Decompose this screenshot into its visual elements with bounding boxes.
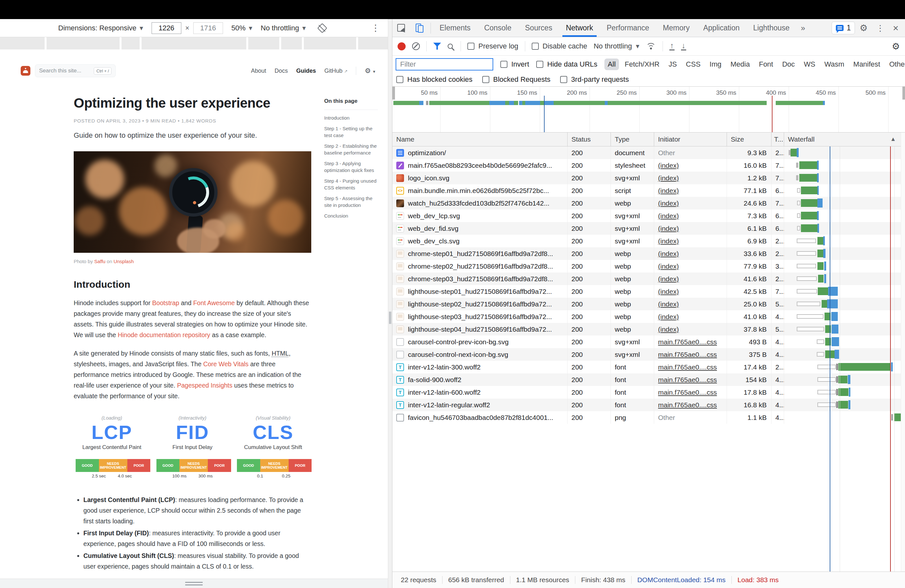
request-initiator[interactable]: (index) [658,187,679,195]
scrollbar[interactable] [901,132,905,572]
request-initiator[interactable]: (index) [658,262,679,270]
request-initiator[interactable]: (index) [658,313,679,321]
type-filter-other[interactable]: Other [886,59,905,70]
media-query-ruler[interactable] [0,37,388,49]
request-initiator[interactable]: (index) [658,225,679,232]
request-row[interactable]: inter-v12-latin-600.woff2200fontmain.f76… [392,386,905,399]
tab-performance[interactable]: Performance [600,19,656,37]
inline-link[interactable]: Pagespeed Insights [177,382,232,389]
viewport-resize-handle[interactable] [0,578,388,588]
blocked-requests-checkbox[interactable]: Blocked Requests [482,75,551,84]
tab-console[interactable]: Console [477,19,518,37]
site-logo-icon[interactable] [21,66,30,76]
column-header-name[interactable]: Name [392,132,567,146]
request-row[interactable]: favicon_hu546703baadbac0de87b2f81dc4001.… [392,411,905,424]
request-row[interactable]: main.f765ae08b8293ceeb4b0de56699e2fafc9.… [392,159,905,172]
type-filter-manifest[interactable]: Manifest [850,59,883,70]
network-overview-timeline[interactable]: 50 ms100 ms150 ms200 ms250 ms300 ms350 m… [392,87,905,132]
request-initiator[interactable]: (index) [658,250,679,257]
request-row[interactable]: web_dev_fid.svg200svg+xml(index)6.1 kB6.… [392,222,905,235]
inline-link[interactable]: Saffu [94,259,105,264]
request-initiator[interactable]: (index) [658,288,679,296]
more-tabs-button[interactable]: » [796,24,810,33]
type-filter-img[interactable]: Img [706,59,725,70]
overview-handle-right[interactable] [902,87,905,100]
request-row[interactable]: fa-solid-900.woff2200fontmain.f765ae0...… [392,373,905,386]
type-filter-wasm[interactable]: Wasm [821,59,848,70]
request-row[interactable]: carousel-control-next-icon-bg.svg200svg+… [392,348,905,361]
column-header-initiator[interactable]: Initiator [654,132,727,146]
viewport-height-input[interactable] [193,22,223,34]
zoom-select[interactable]: 50% ▼ [232,24,252,32]
request-row[interactable]: chrome-step02_hud27150869f16affbd9a72df8… [392,260,905,272]
toc-item[interactable]: Step 1 - Setting up the test case [324,125,378,139]
inline-link[interactable]: Bootstrap [152,299,179,307]
toc-item[interactable]: Conclusion [324,212,378,219]
devtools-settings-icon[interactable]: ⚙ [859,22,867,33]
inline-link[interactable]: Font Awesome [193,299,235,307]
issues-badge[interactable]: 1 [832,22,855,34]
tab-elements[interactable]: Elements [433,19,477,37]
request-row[interactable]: watch_hu25d333fcded103db2f52f7476cb142..… [392,197,905,210]
type-filter-css[interactable]: CSS [683,59,703,70]
rotate-viewport-icon[interactable] [317,23,327,33]
inspect-element-button[interactable] [392,19,411,37]
network-settings-icon[interactable]: ⚙ [892,41,900,52]
third-party-requests-checkbox[interactable]: 3rd-party requests [560,75,629,84]
request-initiator[interactable]: main.f765ae0....css [658,363,717,371]
inline-link[interactable]: Core Web Vitals [203,361,249,367]
type-filter-font[interactable]: Font [756,59,776,70]
request-row[interactable]: chrome-step01_hud27150869f16affbd9a72df8… [392,247,905,260]
toc-item[interactable]: Step 3 - Applying optimization quick fix… [324,160,378,173]
nav-github[interactable]: GitHub ↗ [324,68,348,74]
request-initiator[interactable]: (index) [658,162,679,169]
type-filter-js[interactable]: JS [665,59,680,70]
invert-checkbox[interactable]: Invert [500,60,529,68]
devtools-menu-icon[interactable]: ⋮ [876,23,884,33]
request-row[interactable]: lighthouse-step04_hud27150869f16affbd9a7… [392,323,905,335]
request-row[interactable]: inter-v12-latin-300.woff2200fontmain.f76… [392,361,905,373]
tab-memory[interactable]: Memory [656,19,697,37]
request-initiator[interactable]: (index) [658,326,679,333]
request-initiator[interactable]: main.f765ae0....css [658,376,717,384]
hide-data-urls-checkbox[interactable]: Hide data URLs [536,60,597,68]
nav-about[interactable]: About [251,68,266,74]
request-row[interactable]: carousel-control-prev-icon-bg.svg200svg+… [392,335,905,348]
device-toolbar-menu-icon[interactable]: ⋮ [371,22,380,33]
inline-link[interactable]: Hinode documentation repository [117,331,210,338]
export-har-icon[interactable]: ↓ [681,42,686,51]
request-initiator[interactable]: (index) [658,300,679,308]
devtools-split-divider[interactable] [388,19,392,588]
tab-sources[interactable]: Sources [518,19,559,37]
request-row[interactable]: web_dev_cls.svg200svg+xml(index)6.9 kB2.… [392,235,905,247]
request-row[interactable]: main.bundle.min.min.e0626dbf59b5c25f72bc… [392,184,905,197]
request-row[interactable]: lighthouse-step03_hud27150869f16affbd9a7… [392,310,905,323]
nav-guides[interactable]: Guides [296,68,316,74]
request-initiator[interactable]: (index) [658,199,679,207]
toc-item[interactable]: Step 4 - Purging unused CSS elements [324,178,378,191]
request-row[interactable]: chrome-step03_hud27150869f16affbd9a72df8… [392,272,905,285]
column-header-waterfall[interactable]: Waterfall ▲ [784,132,905,146]
throttling-select[interactable]: No throttling ▼ [261,24,306,32]
request-initiator[interactable]: (index) [658,212,679,220]
tab-application[interactable]: Application [697,19,747,37]
import-har-icon[interactable]: ↑ [669,42,675,51]
filter-input[interactable] [395,58,493,70]
column-header-status[interactable]: Status [567,132,611,146]
request-initiator[interactable]: main.f765ae0....css [658,351,717,359]
request-initiator[interactable]: (index) [658,174,679,182]
dimensions-select[interactable]: Dimensions: Responsive ▼ [58,24,143,32]
request-initiator[interactable]: main.f765ae0....css [658,401,717,409]
devtools-close-icon[interactable]: × [893,22,899,33]
site-search-input[interactable] [39,68,87,74]
column-header-time[interactable]: T... [771,132,784,146]
toc-item[interactable]: Introduction [324,114,378,121]
inline-link[interactable]: Unsplash [113,259,134,264]
request-row[interactable]: web_dev_lcp.svg200svg+xml(index)7.3 kB6.… [392,210,905,222]
request-initiator[interactable]: (index) [658,237,679,245]
request-initiator[interactable]: main.f765ae0....css [658,389,717,396]
type-filter-ws[interactable]: WS [800,59,818,70]
tab-network[interactable]: Network [559,19,600,37]
request-row[interactable]: lighthouse-step01_hud27150869f16affbd9a7… [392,285,905,298]
type-filter-doc[interactable]: Doc [779,59,798,70]
